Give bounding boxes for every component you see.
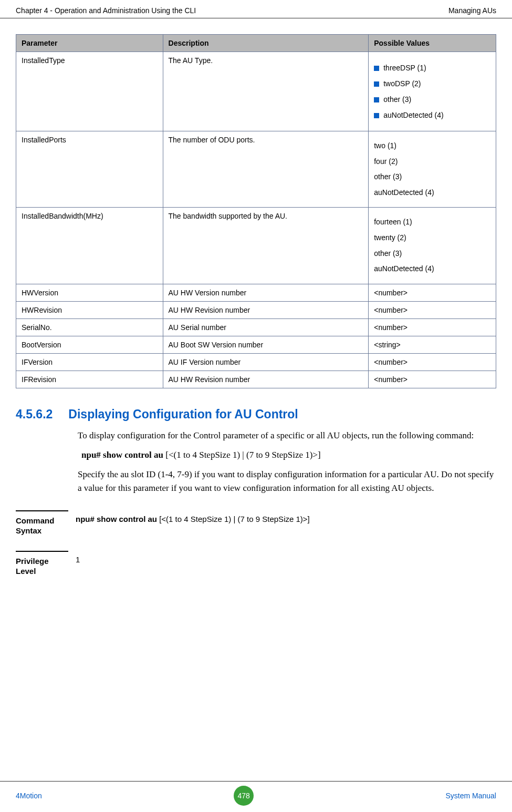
section-paragraph: Specify the au slot ID (1-4, 7-9) if you…: [78, 468, 496, 496]
cell-values: fourteen (1) twenty (2) other (3) auNotD…: [369, 208, 496, 284]
value-item: other (3): [374, 172, 490, 182]
value-item: twenty (2): [374, 233, 490, 243]
table-row: InstalledPorts The number of ODU ports. …: [16, 131, 496, 208]
cell-desc: AU Serial number: [163, 318, 369, 336]
value-item: fourteen (1): [374, 217, 490, 228]
inline-command: npu# show control au [<(1 to 4 StepSize …: [81, 450, 496, 460]
block-value: npu# show control au [<(1 to 4 StepSize …: [76, 510, 496, 523]
cell-param: InstalledBandwidth(MHz): [16, 208, 163, 284]
table-row: SerialNo. AU Serial number <number>: [16, 318, 496, 336]
value-item: other (3): [374, 249, 490, 259]
table-row: HWRevision AU HW Revision number <number…: [16, 301, 496, 318]
block-value: 1: [76, 551, 496, 564]
main-content: Parameter Description Possible Values In…: [0, 18, 512, 577]
section-number: 4.5.6.2: [16, 407, 53, 422]
square-bullet-icon: [374, 113, 379, 118]
col-values: Possible Values: [369, 35, 496, 52]
section-heading: 4.5.6.2 Displaying Configuration for AU …: [16, 407, 496, 422]
cell-desc: The bandwidth supported by the AU.: [163, 208, 369, 284]
value-item: other (3): [383, 95, 411, 104]
table-row: IFVersion AU IF Version number <number>: [16, 353, 496, 371]
block-label: Privilege: [16, 556, 68, 567]
cell-param: IFVersion: [16, 353, 163, 371]
cell-desc: The AU Type.: [163, 52, 369, 131]
cell-param: HWRevision: [16, 301, 163, 318]
square-bullet-icon: [374, 66, 379, 71]
command-rest: [<(1 to 4 StepSize 1) | (7 to 9 StepSize…: [163, 450, 321, 460]
value-item: twoDSP (2): [383, 79, 421, 88]
cell-desc: The number of ODU ports.: [163, 131, 369, 208]
cell-param: SerialNo.: [16, 318, 163, 336]
cell-param: InstalledPorts: [16, 131, 163, 208]
cell-param: InstalledType: [16, 52, 163, 131]
square-bullet-icon: [374, 81, 379, 87]
privilege-level-block: Privilege Level 1: [16, 551, 496, 577]
cell-desc: AU HW Revision number: [163, 301, 369, 318]
cell-values: threeDSP (1) twoDSP (2) other (3) auNotD…: [369, 52, 496, 131]
header-left: Chapter 4 - Operation and Administration…: [16, 6, 196, 15]
page-header: Chapter 4 - Operation and Administration…: [0, 0, 512, 18]
section-paragraph: To display configuration for the Control…: [78, 429, 496, 443]
cell-desc: AU IF Version number: [163, 353, 369, 371]
footer-right: System Manual: [446, 792, 496, 800]
cell-desc: AU HW Version number: [163, 284, 369, 301]
cell-desc: AU HW Revision number: [163, 371, 369, 388]
table-row: HWVersion AU HW Version number <number>: [16, 284, 496, 301]
cell-param: BootVersion: [16, 336, 163, 353]
cell-values: <string>: [369, 336, 496, 353]
value-item: auNotDetected (4): [374, 188, 490, 198]
block-label: Command: [16, 516, 68, 526]
parameter-table: Parameter Description Possible Values In…: [16, 34, 496, 388]
footer-left: 4Motion: [16, 792, 42, 800]
value-item: threeDSP (1): [383, 64, 426, 72]
block-label: Syntax: [16, 526, 68, 536]
cell-values: <number>: [369, 371, 496, 388]
table-row: InstalledType The AU Type. threeDSP (1) …: [16, 52, 496, 131]
col-description: Description: [163, 35, 369, 52]
header-right: Managing AUs: [448, 6, 496, 15]
syntax-bold: npu# show control au: [76, 515, 157, 523]
table-row: BootVersion AU Boot SW Version number <s…: [16, 336, 496, 353]
cell-values: two (1) four (2) other (3) auNotDetected…: [369, 131, 496, 208]
cell-param: HWVersion: [16, 284, 163, 301]
value-item: four (2): [374, 157, 490, 167]
cell-values: <number>: [369, 353, 496, 371]
value-item: auNotDetected (4): [383, 111, 443, 119]
table-header-row: Parameter Description Possible Values: [16, 35, 496, 52]
block-label: Level: [16, 566, 68, 577]
cell-values: <number>: [369, 301, 496, 318]
cell-values: <number>: [369, 318, 496, 336]
command-syntax-block: Command Syntax npu# show control au [<(1…: [16, 510, 496, 536]
value-item: auNotDetected (4): [374, 264, 490, 274]
page-footer: 4Motion 478 System Manual: [0, 781, 512, 806]
page-number: 478: [234, 786, 254, 806]
square-bullet-icon: [374, 97, 379, 102]
block-label-col: Command Syntax: [16, 510, 68, 536]
table-row: IFRevision AU HW Revision number <number…: [16, 371, 496, 388]
value-item: two (1): [374, 141, 490, 151]
block-label-col: Privilege Level: [16, 551, 68, 577]
cell-desc: AU Boot SW Version number: [163, 336, 369, 353]
cell-values: <number>: [369, 284, 496, 301]
syntax-rest: [<(1 to 4 StepSize 1) | (7 to 9 StepSize…: [157, 515, 310, 523]
table-row: InstalledBandwidth(MHz) The bandwidth su…: [16, 208, 496, 284]
cell-param: IFRevision: [16, 371, 163, 388]
command-bold: npu# show control au: [81, 450, 163, 460]
col-parameter: Parameter: [16, 35, 163, 52]
section-title: Displaying Configuration for AU Control: [68, 407, 298, 422]
